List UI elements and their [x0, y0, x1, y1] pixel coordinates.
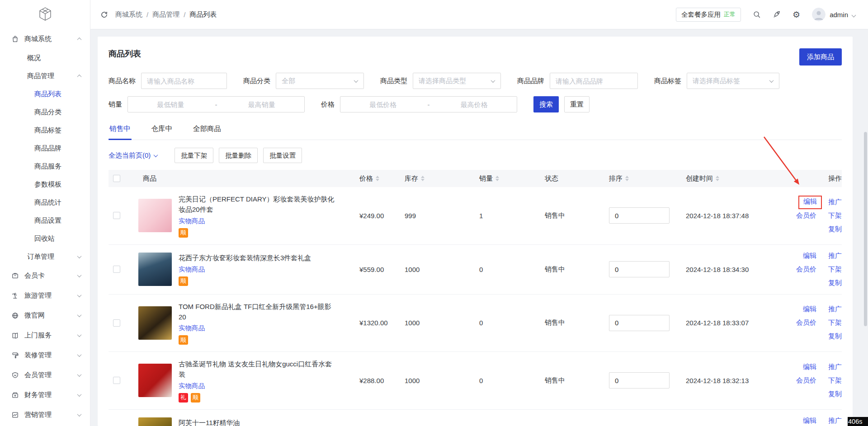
sidebar-item-会员管理[interactable]: 会员管理 [0, 365, 90, 385]
action-编辑-highlighted[interactable]: 编辑 [798, 196, 822, 209]
sort-input[interactable] [609, 315, 670, 331]
sort-asc-icon[interactable] [376, 176, 379, 178]
breadcrumb-item[interactable]: 商品管理 [152, 10, 179, 19]
batch-button-批量下架[interactable]: 批量下架 [175, 148, 213, 163]
sort-desc-icon[interactable] [495, 179, 499, 181]
product-name-input[interactable] [141, 73, 227, 89]
tab-销售中[interactable]: 销售中 [108, 120, 132, 140]
sidebar-item-商城系统[interactable]: 商城系统 [0, 29, 90, 49]
reset-button[interactable]: 重置 [564, 96, 590, 112]
select-all-link[interactable]: 全选当前页(0) [108, 151, 157, 160]
sidebar-item-微官网[interactable]: 微官网 [0, 305, 90, 325]
travel-icon [11, 292, 19, 300]
action-复制[interactable]: 复制 [828, 332, 842, 341]
breadcrumb-item[interactable]: 商城系统 [115, 10, 142, 19]
search-button[interactable]: 搜索 [533, 96, 559, 112]
sidebar-item-上门服务[interactable]: 上门服务 [0, 325, 90, 345]
action-推广[interactable]: 推广 [828, 252, 842, 260]
row-checkbox[interactable] [113, 319, 120, 327]
action-会员价[interactable]: 会员价 [796, 211, 816, 220]
sidebar-item-订单管理[interactable]: 订单管理 [0, 248, 90, 266]
sidebar-item-商品管理[interactable]: 商品管理 [0, 67, 90, 85]
action-推广[interactable]: 推广 [828, 417, 842, 425]
action-复制[interactable]: 复制 [828, 225, 842, 234]
sidebar-item-商品分类[interactable]: 商品分类 [0, 103, 90, 121]
sort-input[interactable] [609, 207, 670, 224]
price-min-input[interactable] [340, 101, 426, 108]
sidebar-item-商品品牌[interactable]: 商品品牌 [0, 139, 90, 157]
product-type-link[interactable]: 实物商品 [179, 382, 205, 390]
sort-asc-icon[interactable] [495, 176, 499, 178]
action-会员价[interactable]: 会员价 [796, 318, 816, 327]
sidebar-item-营销管理[interactable]: 营销管理 [0, 405, 90, 425]
sort-desc-icon[interactable] [625, 179, 629, 181]
vertical-scrollbar[interactable] [864, 132, 867, 326]
sort-asc-icon[interactable] [625, 176, 629, 178]
price-max-input[interactable] [432, 101, 517, 108]
search-icon[interactable] [753, 10, 761, 19]
product-type-link[interactable]: 实物商品 [179, 217, 205, 225]
sidebar-item-会员卡[interactable]: 会员卡 [0, 266, 90, 286]
select-all-checkbox[interactable] [113, 175, 120, 182]
sidebar-item-商品统计[interactable]: 商品统计 [0, 193, 90, 211]
action-推广[interactable]: 推广 [828, 305, 842, 314]
sort-desc-icon[interactable] [376, 179, 379, 181]
action-下架[interactable]: 下架 [828, 265, 842, 274]
action-会员价[interactable]: 会员价 [796, 265, 816, 274]
sort-input[interactable] [609, 372, 670, 389]
product-type-link[interactable]: 实物商品 [179, 265, 205, 274]
action-推广[interactable]: 推广 [828, 198, 842, 206]
batch-button-批量删除[interactable]: 批量删除 [219, 148, 258, 163]
sort-desc-icon[interactable] [716, 179, 719, 181]
avatar[interactable] [812, 8, 826, 21]
sort-desc-icon[interactable] [421, 179, 425, 181]
action-下架[interactable]: 下架 [828, 376, 842, 385]
action-下架[interactable]: 下架 [828, 211, 842, 220]
row-checkbox[interactable] [113, 266, 120, 273]
chevron-down-icon [491, 78, 495, 83]
sales-max-input[interactable] [219, 101, 305, 108]
action-编辑[interactable]: 编辑 [803, 363, 816, 371]
type-select[interactable]: 请选择商品类型 [413, 73, 501, 89]
action-编辑[interactable]: 编辑 [803, 252, 816, 260]
action-复制[interactable]: 复制 [828, 390, 842, 398]
sidebar-item-装修管理[interactable]: 装修管理 [0, 345, 90, 365]
sales-min-input[interactable] [128, 101, 213, 108]
sort-input[interactable] [609, 261, 670, 277]
sidebar-item-商品服务[interactable]: 商品服务 [0, 157, 90, 175]
action-推广[interactable]: 推广 [828, 363, 842, 371]
add-product-button[interactable]: 添加商品 [799, 48, 842, 66]
action-会员价[interactable]: 会员价 [796, 376, 816, 385]
rocket-icon[interactable] [773, 10, 781, 19]
sales-value: 0 [479, 319, 483, 327]
sidebar-item-旅游管理[interactable]: 旅游管理 [0, 286, 90, 305]
product-type-link[interactable]: 实物商品 [179, 324, 205, 332]
category-select[interactable]: 全部 [276, 73, 364, 89]
tag-select[interactable]: 请选择商品标签 [687, 73, 779, 89]
refresh-icon[interactable] [100, 11, 108, 19]
sidebar-item-财务管理[interactable]: 财务管理 [0, 385, 90, 405]
gear-icon[interactable]: ⚙ [793, 10, 800, 19]
sort-asc-icon[interactable] [421, 176, 425, 178]
action-下架[interactable]: 下架 [828, 318, 842, 327]
app-logo[interactable] [0, 0, 90, 29]
action-复制[interactable]: 复制 [828, 279, 842, 287]
tab-仓库中[interactable]: 仓库中 [151, 120, 174, 140]
row-checkbox[interactable] [113, 212, 120, 219]
sidebar-item-概况[interactable]: 概况 [0, 49, 90, 67]
chevron-down-icon[interactable] [852, 13, 856, 17]
row-checkbox[interactable] [113, 377, 120, 384]
sidebar-item-商品设置[interactable]: 商品设置 [0, 211, 90, 229]
sidebar-item-商品列表[interactable]: 商品列表 [0, 85, 90, 103]
sidebar-item-回收站[interactable]: 回收站 [0, 229, 90, 248]
username[interactable]: admin [830, 11, 848, 19]
sidebar-item-参数模板[interactable]: 参数模板 [0, 175, 90, 193]
plan-badge[interactable]: 全套餐多应用 正常 [676, 8, 741, 22]
action-编辑[interactable]: 编辑 [803, 305, 816, 314]
brand-input[interactable] [550, 73, 638, 89]
sidebar-item-商品标签[interactable]: 商品标签 [0, 121, 90, 139]
sort-asc-icon[interactable] [716, 176, 719, 178]
batch-button-批量设置[interactable]: 批量设置 [263, 148, 302, 163]
tab-全部商品[interactable]: 全部商品 [192, 120, 222, 140]
action-编辑[interactable]: 编辑 [803, 417, 816, 425]
